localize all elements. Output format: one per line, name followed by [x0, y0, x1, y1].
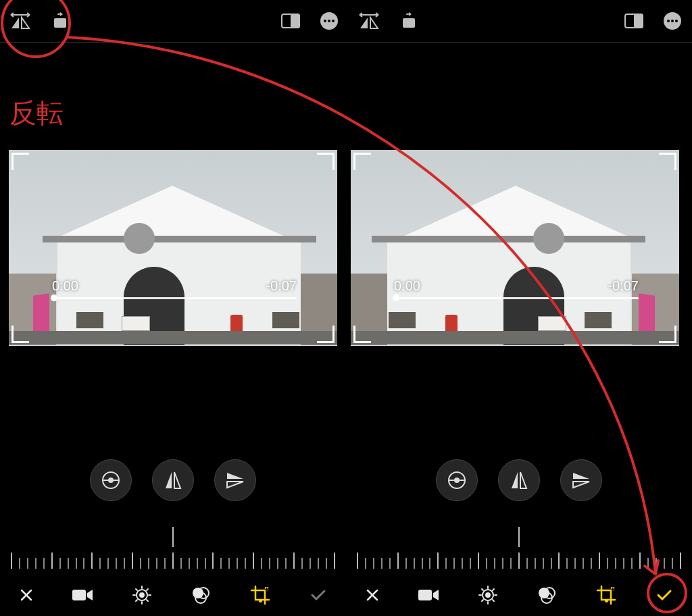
adjust-button[interactable]	[478, 586, 497, 605]
rotate-icon[interactable]	[51, 11, 70, 30]
ruler-pointer	[518, 527, 520, 547]
ruler-left[interactable]	[0, 527, 346, 569]
svg-line-44	[482, 589, 483, 590]
time-end: -0:07	[608, 278, 639, 294]
bottom-toolbar	[0, 574, 692, 616]
filters-button[interactable]	[191, 586, 211, 605]
svg-point-48	[486, 593, 490, 597]
annotation-label: 反転	[9, 95, 64, 132]
time-start: 0:00	[394, 278, 420, 294]
confirm-button[interactable]	[310, 589, 326, 601]
flip-vertical-icon[interactable]	[152, 459, 194, 501]
flip-horizontal-icon[interactable]	[358, 12, 380, 30]
top-toolbar	[0, 0, 692, 43]
svg-point-4	[324, 20, 326, 22]
preview-left[interactable]: 0:00 -0:07	[9, 150, 337, 346]
preview-right[interactable]: 0:00 -0:07	[351, 150, 679, 346]
flip-horizontal-small-icon[interactable]	[560, 459, 602, 501]
svg-point-16	[108, 478, 114, 483]
flip-horizontal-small-icon[interactable]	[214, 459, 256, 501]
scrubber-track[interactable]	[52, 297, 297, 299]
bottom-right	[346, 574, 692, 616]
svg-rect-38	[418, 590, 432, 600]
ruler-right[interactable]	[346, 527, 692, 569]
flip-horizontal-icon[interactable]	[9, 12, 31, 30]
more-icon[interactable]	[320, 12, 338, 30]
more-icon[interactable]	[664, 12, 681, 30]
preview-area: 0:00 -0:07 0:00 -0:07	[9, 150, 683, 346]
adjust-buttons-left	[0, 459, 346, 501]
svg-line-29	[147, 600, 148, 601]
confirm-button[interactable]	[656, 589, 672, 601]
svg-line-46	[482, 600, 483, 601]
svg-point-12	[671, 20, 674, 22]
svg-line-45	[493, 600, 494, 601]
svg-line-47	[493, 589, 494, 590]
aspect-icon[interactable]	[624, 14, 643, 28]
svg-line-28	[136, 589, 137, 590]
flip-vertical-icon[interactable]	[498, 459, 540, 501]
bottom-left	[0, 574, 346, 616]
aspect-icon[interactable]	[281, 14, 300, 28]
rotate-icon[interactable]	[400, 11, 419, 30]
adjust-buttons-right	[346, 459, 692, 501]
straighten-icon[interactable]	[90, 459, 132, 501]
straighten-icon[interactable]	[436, 459, 478, 501]
svg-point-11	[667, 20, 670, 22]
svg-point-13	[675, 20, 678, 22]
video-button[interactable]	[418, 588, 439, 602]
svg-point-5	[328, 20, 330, 22]
svg-rect-22	[72, 590, 86, 600]
scrubber-track[interactable]	[394, 297, 639, 299]
time-start: 0:00	[52, 278, 78, 294]
video-button[interactable]	[72, 588, 93, 602]
svg-point-6	[332, 20, 335, 22]
scrubber-knob[interactable]	[393, 294, 399, 301]
scrubber-knob[interactable]	[51, 294, 57, 301]
svg-rect-9	[635, 14, 643, 28]
svg-point-19	[454, 478, 460, 483]
svg-rect-7	[403, 18, 415, 28]
time-end: -0:07	[266, 278, 297, 294]
crop-button[interactable]	[596, 585, 616, 605]
crop-button[interactable]	[250, 585, 270, 605]
cancel-button[interactable]	[20, 588, 33, 602]
svg-point-32	[140, 593, 144, 597]
svg-line-31	[147, 589, 148, 590]
adjust-button[interactable]	[132, 586, 151, 605]
svg-rect-0	[54, 18, 66, 28]
svg-rect-2	[291, 14, 299, 28]
ruler-pointer	[172, 527, 174, 547]
svg-line-30	[136, 600, 137, 601]
cancel-button[interactable]	[366, 588, 379, 602]
filters-button[interactable]	[537, 586, 557, 605]
